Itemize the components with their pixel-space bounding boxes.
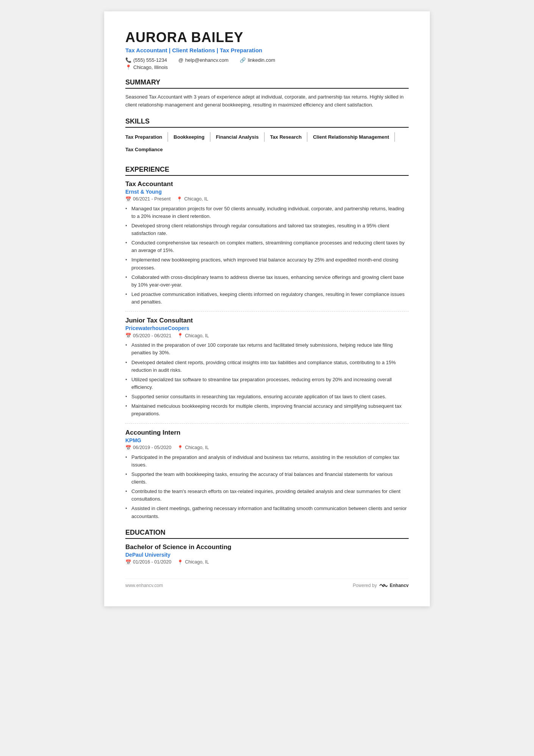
bullet-item: Maintained meticulous bookkeeping record… xyxy=(125,402,409,418)
skill-item: Tax Compliance xyxy=(125,145,168,154)
experience-heading: EXPERIENCE xyxy=(125,166,409,176)
bullet-item: Participated in the preparation and anal… xyxy=(125,454,409,469)
resume-page: AURORA BAILEY Tax Accountant | Client Re… xyxy=(104,11,430,606)
skills-heading: SKILLS xyxy=(125,117,409,128)
edu-date-1: 📅 01/2016 - 01/2020 xyxy=(125,559,171,565)
bullet-item: Conducted comprehensive tax research on … xyxy=(125,239,409,254)
pin-icon: 📍 xyxy=(176,196,183,202)
bullet-item: Managed tax preparation projects for ove… xyxy=(125,205,409,220)
bullet-item: Assisted in the preparation of over 100 … xyxy=(125,341,409,357)
skill-item: Client Relationship Management xyxy=(313,132,395,142)
job-date-2: 📅 05/2020 - 06/2021 xyxy=(125,333,171,338)
email-icon: @ xyxy=(178,57,183,63)
job-block-3: Accounting Intern KPMG 📅 06/2019 - 05/20… xyxy=(125,429,409,520)
footer: www.enhancv.com Powered by Enhancv xyxy=(125,579,409,588)
job-bullets-3: Participated in the preparation and anal… xyxy=(125,454,409,520)
calendar-icon: 📅 xyxy=(125,445,131,451)
job-bullets-2: Assisted in the preparation of over 100 … xyxy=(125,341,409,418)
summary-text: Seasoned Tax Accountant with 3 years of … xyxy=(125,93,409,109)
job-location-2: 📍 Chicago, IL xyxy=(177,333,209,338)
edu-location-1: 📍 Chicago, IL xyxy=(177,559,209,565)
job-block-1: Tax Accountant Ernst & Young 📅 06/2021 -… xyxy=(125,180,409,306)
location-icon: 📍 xyxy=(125,64,131,70)
pin-icon: 📍 xyxy=(177,445,183,451)
linkedin-icon: 🔗 xyxy=(240,57,246,63)
header: AURORA BAILEY Tax Accountant | Client Re… xyxy=(125,30,409,70)
edu-block-1: Bachelor of Science in Accounting DePaul… xyxy=(125,543,409,565)
job-title-3: Accounting Intern xyxy=(125,429,409,437)
job-location-1: 📍 Chicago, IL xyxy=(176,196,208,202)
skill-item: Financial Analysis xyxy=(216,132,265,142)
bullet-item: Collaborated with cross-disciplinary tea… xyxy=(125,274,409,289)
location-item: 📍 Chicago, Illinois xyxy=(125,64,168,70)
phone-icon: 📞 xyxy=(125,57,131,63)
linkedin-item: 🔗 linkedin.com xyxy=(240,57,275,63)
job-meta-2: 📅 05/2020 - 06/2021 📍 Chicago, IL xyxy=(125,333,409,338)
candidate-title: Tax Accountant | Client Relations | Tax … xyxy=(125,47,409,53)
job-date-1: 📅 06/2021 - Present xyxy=(125,196,170,202)
footer-website: www.enhancv.com xyxy=(125,583,163,588)
job-date-3: 📅 06/2019 - 05/2020 xyxy=(125,445,171,451)
pin-icon: 📍 xyxy=(177,333,183,338)
calendar-icon: 📅 xyxy=(125,196,131,202)
skills-section: SKILLS Tax Preparation Bookkeeping Finan… xyxy=(125,117,409,157)
bullet-item: Supported senior consultants in research… xyxy=(125,393,409,401)
job-meta-3: 📅 06/2019 - 05/2020 📍 Chicago, IL xyxy=(125,445,409,451)
experience-section: EXPERIENCE Tax Accountant Ernst & Young … xyxy=(125,166,409,520)
job-divider xyxy=(125,423,409,424)
skills-grid: Tax Preparation Bookkeeping Financial An… xyxy=(125,132,409,157)
candidate-name: AURORA BAILEY xyxy=(125,30,409,45)
phone-item: 📞 (555) 555-1234 xyxy=(125,57,167,63)
location-text: Chicago, Illinois xyxy=(133,64,168,70)
edu-degree-1: Bachelor of Science in Accounting xyxy=(125,543,409,551)
bullet-item: Developed strong client relationships th… xyxy=(125,222,409,237)
skill-item: Bookkeeping xyxy=(173,132,211,142)
job-location-3: 📍 Chicago, IL xyxy=(177,445,209,451)
bullet-item: Contributed to the team's research effor… xyxy=(125,488,409,503)
email-address: help@enhancv.com xyxy=(185,57,228,63)
job-bullets-1: Managed tax preparation projects for ove… xyxy=(125,205,409,306)
job-company-1: Ernst & Young xyxy=(125,189,409,195)
bullet-item: Developed detailed client reports, provi… xyxy=(125,359,409,374)
job-block-2: Junior Tax Consultant PricewaterhouseCoo… xyxy=(125,317,409,418)
summary-section: SUMMARY Seasoned Tax Accountant with 3 y… xyxy=(125,78,409,109)
pin-icon: 📍 xyxy=(177,559,183,565)
linkedin-url: linkedin.com xyxy=(248,57,275,63)
job-meta-1: 📅 06/2021 - Present 📍 Chicago, IL xyxy=(125,196,409,202)
location-row: 📍 Chicago, Illinois xyxy=(125,64,409,70)
contact-row: 📞 (555) 555-1234 @ help@enhancv.com 🔗 li… xyxy=(125,57,409,63)
bullet-item: Utilized specialized tax software to str… xyxy=(125,376,409,391)
job-title-1: Tax Accountant xyxy=(125,180,409,188)
bullet-item: Assisted in client meetings, gathering n… xyxy=(125,505,409,520)
calendar-icon: 📅 xyxy=(125,559,131,565)
job-company-2: PricewaterhouseCoopers xyxy=(125,325,409,331)
skill-item: Tax Preparation xyxy=(125,132,168,142)
education-heading: EDUCATION xyxy=(125,529,409,539)
edu-school-1: DePaul University xyxy=(125,552,409,558)
job-title-2: Junior Tax Consultant xyxy=(125,317,409,324)
bullet-item: Led proactive communication initiatives,… xyxy=(125,291,409,306)
enhancv-icon xyxy=(379,583,387,588)
footer-brand: Powered by Enhancv xyxy=(353,583,409,588)
summary-heading: SUMMARY xyxy=(125,78,409,89)
calendar-icon: 📅 xyxy=(125,333,131,338)
edu-meta-1: 📅 01/2016 - 01/2020 📍 Chicago, IL xyxy=(125,559,409,565)
bullet-item: Supported the team with bookkeeping task… xyxy=(125,471,409,486)
powered-by-text: Powered by xyxy=(353,583,377,588)
phone-number: (555) 555-1234 xyxy=(133,57,167,63)
job-divider xyxy=(125,311,409,311)
email-item: @ help@enhancv.com xyxy=(178,57,228,63)
skill-item: Tax Research xyxy=(270,132,308,142)
education-section: EDUCATION Bachelor of Science in Account… xyxy=(125,529,409,565)
job-company-3: KPMG xyxy=(125,437,409,443)
brand-name: Enhancv xyxy=(390,583,409,588)
bullet-item: Implemented new bookkeeping practices, w… xyxy=(125,256,409,271)
